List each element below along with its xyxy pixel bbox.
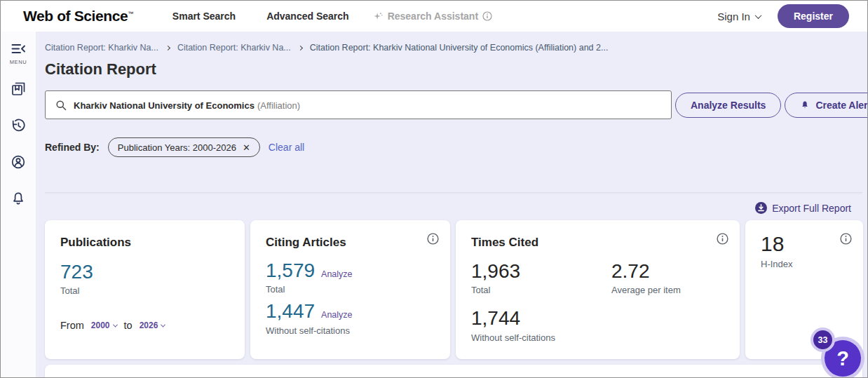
sign-in-label: Sign In [717, 11, 750, 22]
average-per-item-label: Average per item [611, 285, 724, 295]
register-button[interactable]: Register [778, 4, 849, 28]
trademark-symbol: ™ [128, 11, 133, 17]
publications-total[interactable]: 723 [60, 262, 229, 282]
alerts-bell-icon[interactable] [10, 190, 27, 207]
times-cited-stats: 1,963 Total 2.72 Average per item 1,744 … [471, 261, 724, 343]
citing-total[interactable]: 1,579 [266, 260, 315, 281]
question-mark-icon: ? [836, 347, 849, 370]
times-cited-total-block: 1,963 Total [471, 261, 611, 295]
top-navigation: Smart Search Advanced Search [172, 11, 349, 22]
web-of-science-logo[interactable]: Web of Science™ [23, 8, 133, 25]
help-button[interactable]: ? 33 [825, 340, 861, 377]
logo-text: Web of Science [23, 8, 128, 24]
menu-label: MENU [10, 59, 27, 65]
times-cited-card: Times Cited 1,963 Total 2.72 Average per… [456, 220, 740, 359]
history-icon[interactable] [10, 117, 27, 134]
analyze-results-button[interactable]: Analyze Results [675, 93, 781, 118]
export-label: Export Full Report [772, 203, 851, 214]
citing-articles-card: Citing Articles 1,579 Analyze Total 1,44… [250, 220, 450, 359]
query-scope: (Affiliation) [257, 100, 300, 111]
chevron-right-icon [298, 45, 303, 50]
breadcrumb-current: Citation Report: Kharkiv National Univer… [310, 43, 609, 53]
analyze-link-total[interactable]: Analyze [321, 269, 352, 279]
research-assistant-label: Research Assistant [388, 11, 478, 22]
researcher-profile-icon[interactable] [10, 154, 27, 170]
from-label: From [60, 320, 84, 331]
citing-without-self-label: Without self-citations [266, 325, 435, 336]
citing-total-row: 1,579 Analyze [266, 260, 435, 281]
help-notification-badge: 33 [813, 330, 832, 349]
year-range-controls: From 2000 to 2026 [60, 320, 165, 331]
times-cited-total-label: Total [471, 285, 611, 295]
average-per-item-block: 2.72 Average per item [611, 261, 724, 295]
export-row: Export Full Report [45, 193, 862, 220]
header-actions: Sign In Register [717, 4, 849, 28]
to-year-dropdown[interactable]: 2026 [140, 320, 165, 330]
times-cited-title: Times Cited [471, 236, 724, 250]
publications-card: Publications 723 Total From 2000 to 2026 [45, 220, 245, 359]
citing-without-self[interactable]: 1,447 [266, 301, 315, 321]
times-cited-total: 1,963 [471, 261, 611, 281]
page-shell: MENU Citation Report: Kharkiv Na... Cita… [1, 32, 867, 377]
breadcrumb-link-1[interactable]: Citation Report: Kharkiv Na... [45, 43, 158, 53]
search-row: Kharkiv National University of Economics… [45, 90, 862, 119]
to-label: to [124, 320, 133, 331]
refine-row: Refined By: Publication Years: 2000-2026… [45, 137, 862, 157]
search-icon [55, 99, 67, 112]
left-sidebar: MENU [1, 32, 36, 377]
close-icon[interactable]: ✕ [243, 142, 250, 153]
nav-research-assistant[interactable]: Research Assistant [373, 11, 492, 22]
citing-articles-title: Citing Articles [266, 236, 435, 250]
h-index-card: 18 H-Index [745, 220, 863, 359]
refined-by-label: Refined By: [45, 142, 100, 153]
publications-title: Publications [60, 236, 229, 250]
bell-icon [800, 100, 810, 110]
times-cited-without-self-label: Without self-citations [471, 332, 611, 343]
h-index-label: H-Index [761, 259, 848, 269]
collapse-menu-icon[interactable] [10, 41, 27, 58]
next-section-card [45, 365, 862, 377]
from-year-value: 2000 [91, 320, 110, 330]
times-cited-without-self-block: 1,744 Without self-citations [471, 308, 611, 342]
page-title: Citation Report [45, 60, 862, 79]
search-input[interactable]: Kharkiv National University of Economics… [45, 90, 672, 119]
search-query-text: Kharkiv National University of Economics… [74, 99, 300, 112]
citing-total-label: Total [266, 284, 435, 295]
nav-advanced-search[interactable]: Advanced Search [266, 11, 349, 22]
stats-cards-row: Publications 723 Total From 2000 to 2026 [45, 220, 862, 359]
export-full-report-link[interactable]: Export Full Report [755, 202, 851, 214]
sparkle-icon [373, 11, 384, 22]
filter-chip-publication-years[interactable]: Publication Years: 2000-2026 ✕ [108, 137, 260, 157]
h-index-value: 18 [761, 233, 848, 255]
nav-smart-search[interactable]: Smart Search [172, 11, 236, 22]
info-icon[interactable] [427, 233, 439, 245]
info-icon[interactable] [840, 233, 852, 245]
sign-in-menu[interactable]: Sign In [717, 11, 761, 22]
info-icon [482, 11, 492, 21]
filter-chip-label: Publication Years: 2000-2026 [118, 142, 236, 153]
breadcrumb: Citation Report: Kharkiv Na... Citation … [45, 43, 862, 53]
publications-total-label: Total [60, 285, 229, 296]
marked-list-icon[interactable] [10, 81, 27, 97]
create-alert-button[interactable]: Create Alert [785, 93, 867, 118]
times-cited-without-self: 1,744 [471, 308, 611, 328]
citing-without-self-row: 1,447 Analyze [266, 301, 435, 321]
to-year-value: 2026 [140, 320, 158, 330]
chevron-right-icon [165, 45, 170, 50]
chevron-down-icon [755, 12, 762, 19]
export-icon [755, 202, 767, 214]
average-per-item: 2.72 [611, 261, 724, 281]
clear-all-link[interactable]: Clear all [269, 142, 304, 153]
create-alert-label: Create Alert [815, 100, 867, 111]
query-value: Kharkiv National University of Economics [74, 100, 255, 111]
top-header: Web of Science™ Smart Search Advanced Se… [1, 1, 867, 32]
chevron-down-icon [161, 322, 165, 327]
breadcrumb-link-2[interactable]: Citation Report: Kharkiv Na... [177, 43, 291, 53]
chevron-down-icon [113, 322, 118, 327]
main-content: Citation Report: Kharkiv Na... Citation … [36, 32, 867, 377]
info-icon[interactable] [717, 233, 728, 245]
from-year-dropdown[interactable]: 2000 [91, 320, 117, 330]
analyze-link-without-self[interactable]: Analyze [321, 310, 352, 320]
